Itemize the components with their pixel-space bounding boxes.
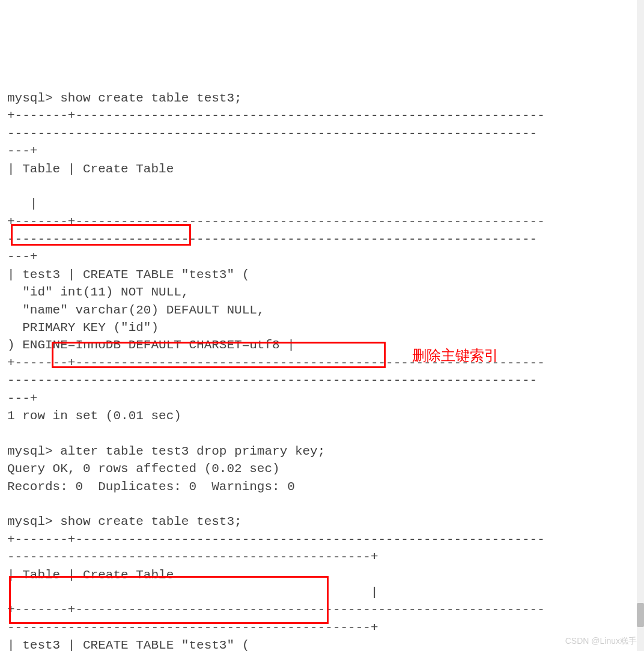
terminal-line: | test3 | CREATE TABLE "test3" ( (7, 268, 249, 282)
terminal-line: ----------------------------------------… (7, 621, 378, 635)
terminal-line: +-------+-------------------------------… (7, 215, 545, 229)
terminal-line: ----------------------------------------… (7, 127, 537, 141)
terminal-line: PRIMARY KEY ("id") (7, 321, 159, 335)
terminal-line: "name" varchar(20) DEFAULT NULL, (7, 303, 264, 317)
terminal-line: ----------------------------------------… (7, 374, 537, 387)
scrollbar-thumb[interactable] (637, 603, 644, 627)
terminal-line: mysql> show create table test3; (7, 515, 242, 528)
terminal-line: | Table | Create Table (7, 568, 545, 582)
terminal-line: mysql> alter table test3 drop primary ke… (7, 444, 325, 458)
terminal-line: "id" int(11) NOT NULL, (7, 285, 189, 299)
terminal-line: ----------------------------------------… (7, 550, 378, 564)
terminal-line: +-------+-------------------------------… (7, 603, 545, 617)
terminal-line: | (7, 586, 378, 599)
terminal-line (7, 180, 530, 193)
terminal-line: ---+ (7, 250, 37, 264)
terminal-line: ) ENGINE=InnoDB DEFAULT CHARSET=utf8 | (7, 338, 295, 352)
annotation-delete-pk: 删除主键索引 (412, 346, 499, 366)
csdn-watermark: CSDN @Linux糕手 (565, 635, 637, 647)
terminal-line: +-------+-------------------------------… (7, 109, 545, 123)
scrollbar-track[interactable] (637, 0, 644, 651)
terminal-line: Records: 0 Duplicates: 0 Warnings: 0 (7, 480, 295, 494)
terminal-line: Query OK, 0 rows affected (0.02 sec) (7, 462, 280, 476)
terminal-line: ---+ (7, 392, 37, 405)
terminal-line: ----------------------------------------… (7, 232, 537, 246)
terminal-line: | Table | Create Table (7, 162, 545, 176)
terminal-output: mysql> show create table test3; +-------… (7, 72, 637, 651)
terminal-line: ---+ (7, 144, 37, 158)
terminal-line: | (7, 197, 37, 211)
terminal-line: 1 row in set (0.01 sec) (7, 409, 181, 423)
terminal-line: | test3 | CREATE TABLE "test3" ( (7, 638, 249, 651)
terminal-line: +-------+-------------------------------… (7, 533, 545, 547)
terminal-line: mysql> show create table test3; (7, 91, 242, 105)
